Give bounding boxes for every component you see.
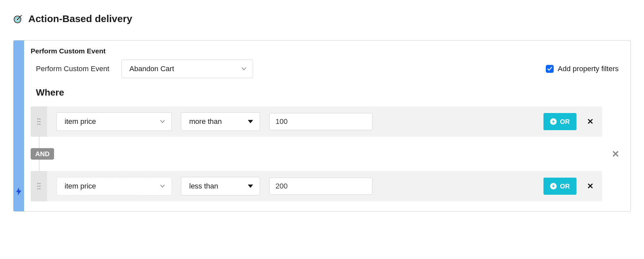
svg-point-15: [39, 188, 40, 189]
add-or-button[interactable]: + OR: [543, 178, 576, 195]
value-input[interactable]: [269, 113, 372, 130]
property-select-value: item price: [65, 117, 96, 126]
filter-area: item price more than + OR ✕: [31, 106, 621, 201]
page-title: Action-Based delivery: [28, 13, 132, 24]
add-property-filters-toggle[interactable]: Add property filters: [546, 65, 619, 73]
svg-point-10: [37, 183, 38, 184]
and-badge: AND: [31, 148, 54, 160]
event-select[interactable]: Abandon Cart: [121, 60, 253, 78]
checkbox-checked-icon: [546, 65, 554, 73]
delivery-panel: Perform Custom Event Perform Custom Even…: [13, 40, 631, 212]
property-select-value: item price: [65, 182, 96, 190]
chevron-down-icon: [242, 67, 246, 71]
property-select[interactable]: item price: [56, 112, 172, 131]
operator-select[interactable]: more than: [181, 112, 260, 131]
chevron-down-icon: [160, 120, 165, 123]
drag-handle[interactable]: [31, 171, 47, 201]
event-select-value: Abandon Cart: [130, 65, 174, 73]
event-row: Perform Custom Event Abandon Cart Add pr…: [31, 60, 621, 78]
plus-circle-icon: +: [550, 183, 557, 189]
event-section-title: Perform Custom Event: [31, 47, 621, 55]
svg-point-13: [39, 186, 40, 187]
svg-point-6: [37, 121, 38, 122]
event-label: Perform Custom Event: [31, 65, 109, 73]
caret-down-icon: [248, 120, 253, 123]
add-or-button[interactable]: + OR: [543, 113, 576, 130]
operator-select-value: less than: [189, 182, 218, 190]
operator-select-value: more than: [189, 117, 222, 126]
panel-accent: [14, 41, 24, 211]
panel-body: Perform Custom Event Perform Custom Even…: [24, 41, 630, 211]
svg-point-11: [39, 183, 40, 184]
property-select[interactable]: item price: [56, 177, 172, 195]
value-input[interactable]: [269, 178, 372, 195]
svg-point-12: [37, 186, 38, 187]
svg-point-14: [37, 188, 38, 189]
prop-filters-label: Add property filters: [558, 65, 619, 73]
remove-row-button[interactable]: ✕: [586, 117, 595, 126]
remove-row-button[interactable]: ✕: [586, 182, 595, 191]
filter-row: item price less than + OR ✕: [31, 171, 602, 201]
page-header: Action-Based delivery: [13, 13, 631, 24]
svg-point-8: [37, 124, 38, 125]
connector: AND: [31, 137, 602, 171]
svg-point-7: [39, 121, 40, 122]
svg-point-9: [39, 124, 40, 125]
where-title: Where: [36, 87, 621, 98]
filter-row: item price more than + OR ✕: [31, 106, 602, 137]
remove-filter-group-button[interactable]: ✕: [612, 149, 619, 159]
svg-point-4: [37, 118, 38, 119]
chevron-down-icon: [160, 185, 165, 188]
operator-select[interactable]: less than: [181, 177, 260, 195]
svg-point-5: [39, 118, 40, 119]
plus-circle-icon: +: [550, 118, 557, 125]
or-label: OR: [560, 118, 570, 126]
target-icon: [13, 14, 23, 24]
or-label: OR: [560, 183, 570, 190]
bolt-icon: [16, 187, 21, 197]
caret-down-icon: [248, 185, 253, 188]
drag-handle[interactable]: [31, 106, 47, 137]
